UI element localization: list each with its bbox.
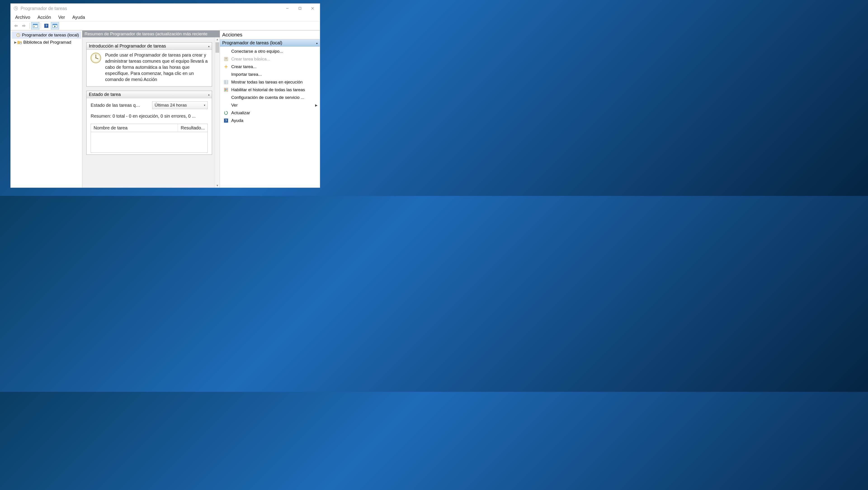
menu-archivo[interactable]: Archivo xyxy=(12,14,33,21)
window-controls xyxy=(281,4,319,12)
status-summary: Resumen: 0 total - 0 en ejecución, 0 sin… xyxy=(91,114,208,119)
nav-forward-button[interactable] xyxy=(20,22,28,29)
menu-ver[interactable]: Ver xyxy=(55,14,68,21)
center-header: Resumen de Programador de tareas (actual… xyxy=(82,31,220,37)
close-button[interactable] xyxy=(306,4,319,12)
center-scrollbar[interactable] xyxy=(215,37,220,188)
action-label: Habilitar el historial de todas las tare… xyxy=(231,87,318,92)
svg-point-16 xyxy=(95,57,96,58)
chevron-right-icon: ▶ xyxy=(315,104,318,107)
actions-pane: Acciones Programador de tareas (local) ▴… xyxy=(220,31,320,188)
action-actualizar[interactable]: Actualizar xyxy=(220,109,320,117)
action-label: Configuración de cuenta de servicio ... xyxy=(231,95,318,100)
action-configuraci-n-de-cuenta-de-servicio[interactable]: Configuración de cuenta de servicio ... xyxy=(220,94,320,102)
tree-root-label: Programador de tareas (local) xyxy=(22,33,79,37)
nav-back-button[interactable] xyxy=(11,22,20,29)
svg-text:?: ? xyxy=(45,24,48,28)
action-label: Actualizar xyxy=(231,110,318,115)
history-icon xyxy=(223,87,228,92)
action-crear-tarea-b-sica: Crear tarea básica... xyxy=(220,55,320,63)
action-importar-tarea[interactable]: Importar tarea... xyxy=(220,70,320,78)
intro-text: Puede usar el Programador de tareas para… xyxy=(105,52,209,84)
folder-clock-icon xyxy=(18,40,22,45)
section-status-header[interactable]: Estado de tarea ▴ xyxy=(87,91,212,98)
section-intro: Introducción al Programador de tareas ▴ … xyxy=(86,42,212,87)
task-scheduler-window: Programador de tareas Archivo Acción Ver… xyxy=(10,3,320,188)
actions-group-title: Programador de tareas (local) xyxy=(222,40,282,46)
combo-value: Últimas 24 horas xyxy=(155,103,187,108)
action-habilitar-el-historial-de-todas-las-tareas[interactable]: Habilitar el historial de todas las tare… xyxy=(220,86,320,94)
svg-rect-2 xyxy=(299,7,301,9)
minimize-button[interactable] xyxy=(281,4,293,12)
spark-icon xyxy=(223,64,228,69)
actions-list: Conectarse a otro equipo...Crear tarea b… xyxy=(220,47,320,125)
tree-library-label: Biblioteca del Programad xyxy=(23,40,71,45)
clock-icon xyxy=(13,6,18,11)
maximize-button[interactable] xyxy=(293,4,306,12)
tree-root[interactable]: Programador de tareas (local) xyxy=(11,31,81,39)
action-label: Ver xyxy=(231,103,312,108)
svg-rect-30 xyxy=(226,89,227,90)
action-ayuda[interactable]: ?Ayuda xyxy=(220,117,320,124)
collapse-icon: ▴ xyxy=(208,45,210,48)
menu-ayuda[interactable]: Ayuda xyxy=(69,14,88,21)
svg-rect-24 xyxy=(224,80,228,84)
blank-icon xyxy=(223,103,228,108)
clock-large-icon xyxy=(90,52,102,84)
wizard-icon xyxy=(223,57,228,61)
toolbar-help-button[interactable]: ? xyxy=(42,22,51,29)
collapse-icon: ▴ xyxy=(316,41,318,45)
blank-icon xyxy=(223,72,228,77)
clock-icon xyxy=(16,33,21,37)
expand-icon[interactable]: ▶ xyxy=(13,40,18,44)
menu-accion[interactable]: Acción xyxy=(34,14,54,21)
refresh-icon xyxy=(223,110,228,115)
tree-pane: Programador de tareas (local) ▶ Bibliote… xyxy=(11,31,82,188)
col-result[interactable]: Resultado... xyxy=(178,124,208,132)
section-intro-title: Introducción al Programador de tareas xyxy=(89,44,166,49)
actions-title: Acciones xyxy=(220,31,320,39)
section-status: Estado de tarea ▴ Estado de las tareas q… xyxy=(86,91,212,155)
task-table-body xyxy=(91,132,208,152)
help-icon: ? xyxy=(223,118,228,123)
section-status-title: Estado de tarea xyxy=(89,92,121,97)
status-label: Estado de las tareas q… xyxy=(91,103,149,108)
svg-text:?: ? xyxy=(225,119,227,122)
action-ver[interactable]: Ver▶ xyxy=(220,102,320,109)
action-label: Mostrar todas las tareas en ejecución xyxy=(231,80,318,85)
action-conectarse-a-otro-equipo[interactable]: Conectarse a otro equipo... xyxy=(220,48,320,55)
task-table: Nombre de tarea Resultado... xyxy=(91,124,208,153)
svg-point-19 xyxy=(225,66,227,68)
svg-rect-6 xyxy=(33,24,37,25)
action-label: Crear tarea... xyxy=(231,64,318,69)
svg-point-7 xyxy=(34,26,35,27)
tree-library[interactable]: ▶ Biblioteca del Programad xyxy=(11,39,81,46)
blank-icon xyxy=(223,95,228,100)
svg-rect-29 xyxy=(225,89,226,90)
collapse-icon: ▴ xyxy=(208,93,210,96)
svg-rect-32 xyxy=(226,90,227,91)
titlebar: Programador de tareas xyxy=(11,4,320,13)
toolbar: ? xyxy=(11,21,320,30)
toolbar-panel-button[interactable] xyxy=(31,22,39,29)
window-title: Programador de tareas xyxy=(21,6,67,11)
action-label: Ayuda xyxy=(231,118,318,123)
toolbar-run-button[interactable] xyxy=(51,22,59,29)
blank-icon xyxy=(223,49,228,54)
section-intro-header[interactable]: Introducción al Programador de tareas ▴ xyxy=(87,42,212,50)
action-mostrar-todas-las-tareas-en-ejecuci-n[interactable]: Mostrar todas las tareas en ejecución xyxy=(220,78,320,86)
action-label: Crear tarea básica... xyxy=(231,57,318,61)
center-pane: Resumen de Programador de tareas (actual… xyxy=(82,31,220,188)
grid-icon xyxy=(223,80,228,85)
action-crear-tarea[interactable]: Crear tarea... xyxy=(220,63,320,70)
timeframe-combo[interactable]: Últimas 24 horas ▾ xyxy=(152,102,208,109)
menubar: Archivo Acción Ver Ayuda xyxy=(11,13,320,21)
col-task-name[interactable]: Nombre de tarea xyxy=(91,124,178,132)
actions-group-header[interactable]: Programador de tareas (local) ▴ xyxy=(220,39,320,47)
action-label: Conectarse a otro equipo... xyxy=(231,49,318,54)
chevron-down-icon: ▾ xyxy=(204,104,205,107)
svg-rect-28 xyxy=(224,88,228,92)
svg-rect-31 xyxy=(225,90,226,91)
main-body: Programador de tareas (local) ▶ Bibliote… xyxy=(11,30,320,188)
svg-rect-11 xyxy=(53,24,57,25)
